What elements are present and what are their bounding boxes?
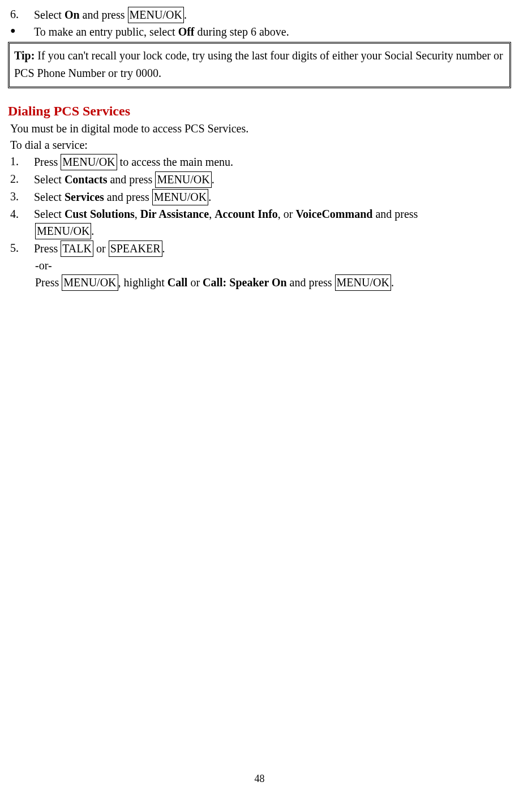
menu-ok-key: MENU/OK xyxy=(62,274,118,291)
step-2: 2. Select Contacts and press MENU/OK. xyxy=(8,171,511,188)
step-4-cont: MENU/OK. xyxy=(8,223,511,239)
step-5-or: -or- xyxy=(8,258,511,273)
menu-ok-key: MENU/OK xyxy=(35,223,91,239)
step-5: 5. Press TALK or SPEAKER. xyxy=(8,240,511,257)
section-heading: Dialing PCS Services xyxy=(8,102,511,120)
bullet-public: ● To make an entry public, select Off du… xyxy=(8,24,511,40)
speaker-key: SPEAKER xyxy=(109,240,162,257)
intro-1: You must be in digital mode to access PC… xyxy=(8,121,511,136)
step-5-alt: Press MENU/OK, highlight Call or Call: S… xyxy=(8,274,511,291)
marker-6: 6. xyxy=(8,7,34,22)
bullet-icon: ● xyxy=(8,24,34,37)
tip-label: Tip: xyxy=(14,49,35,62)
step-4: 4. Select Cust Solutions, Dir Assistance… xyxy=(8,207,511,222)
tip-text: If you can't recall your lock code, try … xyxy=(14,49,503,79)
menu-ok-key: MENU/OK xyxy=(155,171,211,188)
step-3: 3. Select Services and press MENU/OK. xyxy=(8,189,511,205)
step-6-text: Select On and press MENU/OK. xyxy=(34,7,511,23)
menu-ok-key: MENU/OK xyxy=(152,189,208,205)
page-number: 48 xyxy=(8,772,511,785)
step-6: 6. Select On and press MENU/OK. xyxy=(8,7,511,23)
bullet-text: To make an entry public, select Off duri… xyxy=(34,24,511,40)
menu-ok-key: MENU/OK xyxy=(128,7,184,23)
intro-2: To dial a service: xyxy=(8,138,511,153)
talk-key: TALK xyxy=(61,240,93,257)
menu-ok-key: MENU/OK xyxy=(335,274,391,291)
step-1: 1. Press MENU/OK to access the main menu… xyxy=(8,154,511,170)
menu-ok-key: MENU/OK xyxy=(61,154,117,170)
tip-box: Tip: If you can't recall your lock code,… xyxy=(8,42,511,88)
